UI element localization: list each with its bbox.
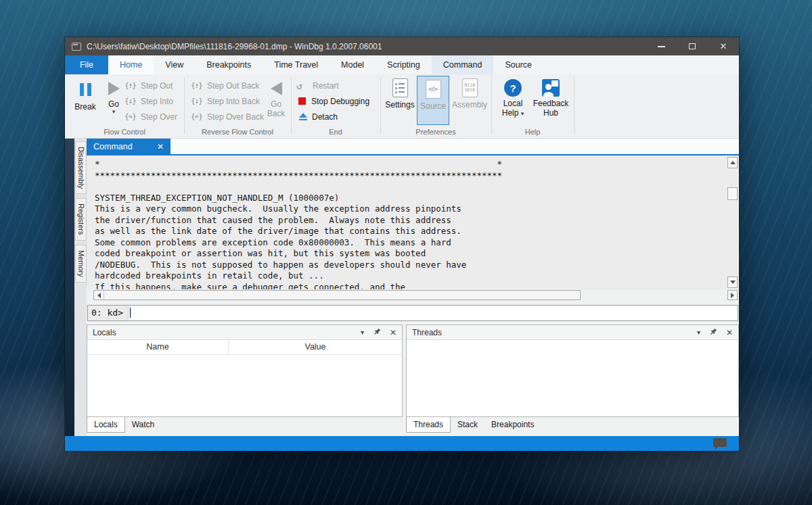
go-back-button[interactable]: Go Back — [263, 76, 290, 118]
scroll-up-button[interactable] — [727, 157, 738, 168]
tab-breakpoints[interactable]: Breakpoints — [195, 55, 263, 74]
command-output-text: * * ************************************… — [87, 155, 739, 289]
threads-panel-header[interactable]: Threads ▾ ✕ — [407, 325, 738, 340]
locals-bottom-tabs: Locals Watch — [87, 417, 161, 433]
tab-view[interactable]: View — [154, 55, 195, 74]
sidebar-tab-registers[interactable]: Registers — [75, 198, 87, 240]
vertical-scrollbar[interactable] — [727, 157, 738, 288]
bottom-tab-watch[interactable]: Watch — [125, 417, 162, 433]
local-help-button[interactable]: ? Local Help ▾ — [498, 76, 528, 118]
group-label-end: End — [291, 128, 380, 136]
step-over-button[interactable]: {↷} Step Over — [125, 109, 177, 124]
flow-step-buttons: {↑} Step Out {↓} Step Into {↷} Step Over — [125, 78, 177, 124]
question-mark-icon: ? — [504, 79, 522, 97]
group-label-help: Help — [491, 128, 574, 136]
detach-button[interactable]: Detach — [296, 109, 369, 124]
settings-button[interactable]: Settings — [384, 76, 415, 110]
tab-time-travel[interactable]: Time Travel — [263, 55, 330, 74]
break-button[interactable]: Break — [70, 76, 100, 112]
play-icon — [108, 82, 120, 95]
docked-tabs-rail: Disassembly Registers Memory — [74, 139, 87, 436]
step-into-button[interactable]: {↓} Step Into — [125, 93, 177, 109]
restart-button[interactable]: ↺ Restart — [296, 78, 369, 93]
pin-icon[interactable] — [709, 328, 717, 337]
threads-panel: Threads ▾ ✕ — [406, 324, 739, 417]
assembly-toggle-button[interactable]: 0110 1010 Assembly — [452, 76, 487, 110]
bottom-tab-stack[interactable]: Stack — [451, 417, 484, 433]
window-edge-strip — [65, 139, 74, 436]
step-out-back-button[interactable]: {↑} Step Out Back — [191, 78, 264, 93]
tab-source[interactable]: Source — [493, 55, 543, 74]
step-over-back-button[interactable]: {↶} Step Over Back — [191, 109, 264, 124]
source-toggle-button[interactable]: </> Source — [417, 76, 449, 125]
sidebar-tab-disassembly[interactable]: Disassembly — [75, 141, 87, 194]
bottom-tab-breakpoints[interactable]: Breakpoints — [484, 417, 541, 433]
locals-panel-header[interactable]: Locals ▾ ✕ — [87, 325, 402, 340]
close-icon[interactable]: ✕ — [726, 328, 733, 337]
status-bar — [65, 436, 739, 451]
go-button[interactable]: Go ▾ — [102, 76, 126, 115]
column-header-name[interactable]: Name — [87, 340, 229, 354]
desktop-wallpaper: C:\Users\fatiw\Desktop\DMPfiles\111816-2… — [0, 0, 812, 505]
group-divider — [380, 77, 381, 134]
chevron-down-icon[interactable]: ▾ — [697, 329, 700, 336]
command-tab-row: Command ✕ — [87, 139, 739, 155]
title-bar[interactable]: C:\Users\fatiw\Desktop\DMPfiles\111816-2… — [65, 37, 739, 55]
scroll-left-button[interactable] — [94, 291, 104, 299]
step-into-icon: {↓} — [125, 97, 141, 105]
ribbon: Break Go ▾ {↑} Step Out {↓} Step Into {↷… — [65, 74, 739, 139]
command-output[interactable]: * * ************************************… — [87, 155, 739, 289]
scrollbar-thumb[interactable] — [727, 187, 738, 200]
hscroll-track[interactable] — [93, 290, 581, 300]
bottom-tab-threads[interactable]: Threads — [406, 417, 451, 433]
tab-scripting[interactable]: Scripting — [376, 55, 432, 74]
prompt-label: 0: kd> — [88, 306, 128, 320]
app-icon — [72, 43, 81, 51]
command-tab-label: Command — [93, 142, 133, 151]
pause-icon — [80, 79, 91, 99]
tab-file[interactable]: File — [65, 55, 108, 74]
tab-model[interactable]: Model — [330, 55, 376, 74]
feedback-hub-button[interactable]: Feedback Hub — [532, 76, 570, 118]
minimize-button[interactable] — [646, 37, 677, 55]
pin-icon[interactable] — [373, 328, 381, 337]
group-divider — [491, 77, 492, 134]
step-into-back-icon: {↓} — [191, 97, 207, 105]
maximize-icon — [689, 43, 696, 49]
threads-bottom-tabs: Threads Stack Breakpoints — [406, 417, 541, 433]
locals-column-headers: Name Value — [87, 340, 402, 355]
chevron-down-icon: ▾ — [521, 110, 524, 117]
arrow-up-icon — [730, 161, 736, 164]
scroll-right-button[interactable] — [727, 290, 738, 300]
command-prompt-row: 0: kd> — [87, 305, 738, 321]
column-header-value[interactable]: Value — [229, 340, 402, 354]
close-icon[interactable]: ✕ — [157, 142, 164, 151]
feedback-chat-icon[interactable] — [713, 438, 727, 447]
source-icon: </> — [426, 80, 441, 99]
stop-debugging-button[interactable]: Stop Debugging — [296, 93, 369, 109]
close-icon[interactable]: ✕ — [390, 328, 397, 337]
eject-icon — [298, 113, 307, 121]
horizontal-scrollbar[interactable] — [87, 289, 739, 301]
command-panel-tab[interactable]: Command ✕ — [87, 139, 171, 154]
assembly-icon: 0110 1010 — [462, 78, 478, 97]
step-out-icon: {↑} — [125, 81, 141, 90]
tab-home[interactable]: Home — [108, 55, 154, 74]
reverse-step-buttons: {↑} Step Out Back {↓} Step Into Back {↶}… — [191, 78, 264, 124]
arrow-left-icon — [97, 293, 101, 298]
group-label-preferences: Preferences — [380, 128, 491, 136]
maximize-button[interactable] — [677, 37, 708, 55]
step-into-back-button[interactable]: {↓} Step Into Back — [191, 93, 264, 109]
sidebar-tab-memory[interactable]: Memory — [75, 245, 87, 283]
scroll-down-button[interactable] — [727, 276, 738, 288]
locals-title: Locals — [93, 328, 116, 337]
step-out-back-icon: {↑} — [191, 81, 207, 90]
command-input[interactable] — [128, 306, 738, 320]
group-label-flow-control: Flow Control — [65, 128, 184, 136]
threads-title: Threads — [412, 328, 442, 337]
tab-command[interactable]: Command — [432, 55, 494, 74]
group-divider — [184, 77, 185, 134]
bottom-tab-locals[interactable]: Locals — [87, 417, 125, 433]
chevron-down-icon[interactable]: ▾ — [361, 329, 364, 336]
step-out-button[interactable]: {↑} Step Out — [125, 78, 177, 93]
